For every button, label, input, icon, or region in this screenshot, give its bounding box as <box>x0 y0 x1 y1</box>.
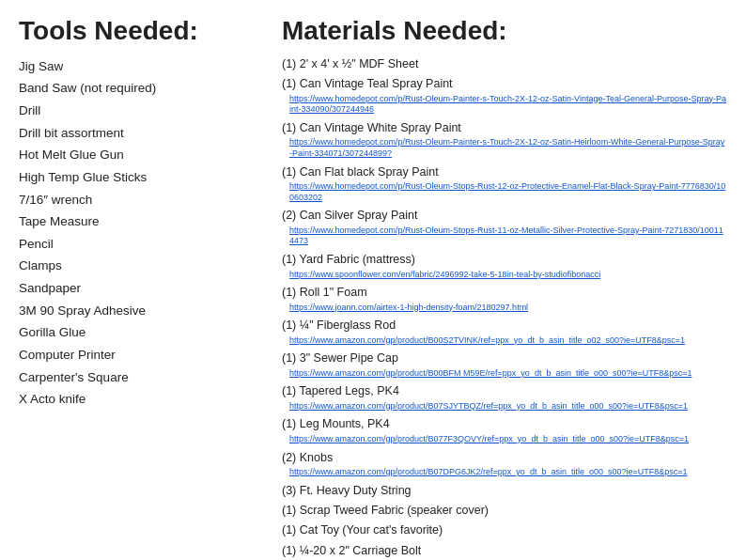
material-link[interactable]: https://www.homedepot.com/p/Rust-Oleum-S… <box>289 181 727 203</box>
tool-item: Band Saw (not required) <box>19 77 263 100</box>
material-link[interactable]: https://www.homedepot.com/p/Rust-Oleum-P… <box>289 94 727 116</box>
material-link[interactable]: https://www.spoonflower.com/en/fabric/24… <box>289 270 727 281</box>
material-item: (1) 2' x 4' x ½" MDF Sheet <box>282 55 727 73</box>
material-label: (1) Roll 1" Foam <box>282 286 367 299</box>
material-label: (1) ¼" Fiberglass Rod <box>282 319 396 332</box>
material-label: (1) Cat Toy (Your cat's favorite) <box>282 523 443 537</box>
material-link[interactable]: https://www.amazon.com/gp/product/B00S2T… <box>289 335 727 347</box>
tool-item: Tape Measure <box>19 210 263 233</box>
material-item: (1) Leg Mounts, PK4https://www.amazon.co… <box>282 415 727 444</box>
tools-title: Tools Needed: <box>19 17 263 46</box>
material-item: (1) Roll 1" Foamhttps://www.joann.com/ai… <box>282 284 727 313</box>
material-label: (1) Can Flat black Spray Paint <box>282 165 439 179</box>
material-item: (1) 3" Sewer Pipe Caphttps://www.amazon.… <box>282 350 727 379</box>
materials-list: (1) 2' x 4' x ½" MDF Sheet(1) Can Vintag… <box>282 55 727 560</box>
material-label: (1) Tapered Legs, PK4 <box>282 384 399 397</box>
material-item: (1) Scrap Tweed Fabric (speaker cover) <box>282 502 727 520</box>
material-item: (1) Yard Fabric (mattress)https://www.sp… <box>282 251 727 280</box>
materials-column: Materials Needed: (1) 2' x 4' x ½" MDF S… <box>282 17 727 560</box>
material-label: (1) ¼-20 x 2" Carriage Bolt <box>282 544 421 557</box>
page: Tools Needed: Jig SawBand Saw (not requi… <box>19 17 727 560</box>
materials-title: Materials Needed: <box>282 17 727 46</box>
material-item: (1) Tapered Legs, PK4https://www.amazon.… <box>282 382 727 412</box>
material-item: (2) Knobshttps://www.amazon.com/gp/produ… <box>282 449 727 478</box>
tool-item: Drill <box>19 100 263 122</box>
tools-list: Jig SawBand Saw (not required)DrillDrill… <box>19 55 263 411</box>
material-item: (2) Can Silver Spray Painthttps://www.ho… <box>282 207 727 247</box>
material-label: (1) 3" Sewer Pipe Cap <box>282 351 398 365</box>
material-link[interactable]: https://www.joann.com/airtex-1-high-dens… <box>289 303 727 314</box>
material-item: (1) ¼" Fiberglass Rodhttps://www.amazon.… <box>282 317 727 346</box>
tool-item: Sandpaper <box>19 277 263 300</box>
material-label: (1) Can Vintage Teal Spray Paint <box>282 77 453 90</box>
tool-item: Gorilla Glue <box>19 321 263 344</box>
material-label: (1) Can Vintage White Spray Paint <box>282 121 461 134</box>
tool-item: Hot Melt Glue Gun <box>19 144 263 166</box>
tool-item: Carpenter's Square <box>19 366 263 389</box>
material-item: (1) Cat Toy (Your cat's favorite) <box>282 521 727 539</box>
material-label: (1) 2' x 4' x ½" MDF Sheet <box>282 57 418 70</box>
material-label: (3) Ft. Heavy Duty String <box>282 484 412 497</box>
material-label: (2) Can Silver Spray Paint <box>282 209 418 222</box>
material-link[interactable]: https://www.amazon.com/gp/product/B07DPG… <box>289 467 727 478</box>
tool-item: X Acto knife <box>19 388 263 411</box>
material-link[interactable]: https://www.amazon.com/gp/product/B077F3… <box>289 434 727 445</box>
tool-item: Computer Printer <box>19 344 263 366</box>
material-link[interactable]: https://www.homedepot.com/p/Rust-Oleum-S… <box>289 226 727 247</box>
material-label: (1) Leg Mounts, PK4 <box>282 417 390 430</box>
material-item: (1) Can Flat black Spray Painthttps://ww… <box>282 163 727 204</box>
material-item: (1) Can Vintage White Spray Painthttps:/… <box>282 119 727 160</box>
tool-item: Drill bit assortment <box>19 122 263 145</box>
material-label: (2) Knobs <box>282 451 333 464</box>
material-link[interactable]: https://www.amazon.com/gp/product/B07SJY… <box>289 401 727 412</box>
material-label: (1) Scrap Tweed Fabric (speaker cover) <box>282 504 489 517</box>
material-link[interactable]: https://www.homedepot.com/p/Rust-Oleum-P… <box>289 137 727 159</box>
tool-item: Clamps <box>19 255 263 277</box>
material-item: (3) Ft. Heavy Duty String <box>282 482 727 500</box>
tool-item: High Temp Glue Sticks <box>19 166 263 189</box>
material-item: (1) Can Vintage Teal Spray Painthttps://… <box>282 75 727 116</box>
material-item: (1) ¼-20 x 2" Carriage Bolt <box>282 542 727 560</box>
tool-item: 7/16″ wrench <box>19 189 263 211</box>
tools-column: Tools Needed: Jig SawBand Saw (not requi… <box>19 17 282 560</box>
material-link[interactable]: https://www.amazon.com/gp/product/B00BFM… <box>289 368 727 380</box>
material-label: (1) Yard Fabric (mattress) <box>282 253 415 266</box>
tool-item: 3M 90 Spray Adhesive <box>19 300 263 322</box>
tool-item: Jig Saw <box>19 55 263 78</box>
tool-item: Pencil <box>19 233 263 256</box>
